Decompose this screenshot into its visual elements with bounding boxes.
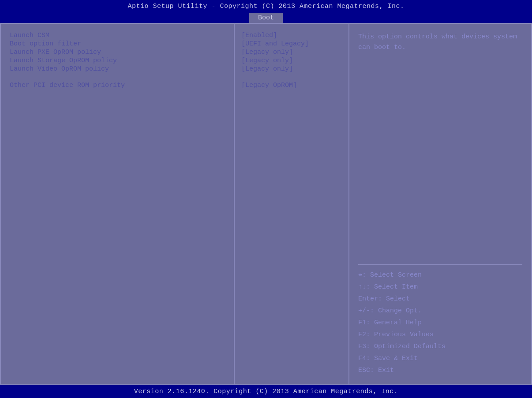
value-launch-csm: [Enabled] [241, 32, 342, 39]
menu-label-boot-filter: Boot option filter [10, 40, 81, 48]
value-video: [Legacy only] [241, 65, 342, 73]
menu-item-launch-csm[interactable]: Launch CSM [10, 32, 225, 39]
title-text: Aptio Setup Utility - Copyright (C) 2013… [0, 3, 532, 12]
key-change: +/-: Change Opt. [358, 307, 422, 315]
shortcut-select-item: ↑↓: Select Item [358, 281, 522, 293]
shortcut-f1: F1: General Help [358, 317, 522, 329]
menu-label-pci: Other PCI device ROM priority [10, 82, 125, 89]
help-text: This option controls what devices system… [358, 32, 522, 260]
shortcut-change: +/-: Change Opt. [358, 305, 522, 317]
menu-label-storage: Launch Storage OpROM policy [10, 57, 117, 64]
menu-item-boot-filter[interactable]: Boot option filter [10, 40, 225, 48]
key-enter: Enter: Select [358, 295, 410, 303]
boot-tab[interactable]: Boot [249, 13, 283, 23]
main-content: Launch CSM Boot option filter Launch PXE… [0, 23, 532, 385]
menu-label-launch-csm: Launch CSM [10, 32, 49, 39]
value-spacer [241, 74, 342, 82]
menu-label-video: Launch Video OpROM policy [10, 65, 109, 73]
shortcut-f3: F3: Optimized Defaults [358, 341, 522, 353]
shortcuts-panel: ⇹: Select Screen ↑↓: Select Item Enter: … [358, 269, 522, 376]
shortcut-enter: Enter: Select [358, 293, 522, 305]
footer: Version 2.16.1240. Copyright (C) 2013 Am… [0, 385, 532, 398]
center-panel: [Enabled] [UEFI and Legacy] [Legacy only… [235, 24, 349, 384]
right-panel: This option controls what devices system… [349, 24, 531, 384]
shortcut-f2: F2: Previous Values [358, 329, 522, 341]
key-select-item: ↑↓: Select Item [358, 283, 418, 291]
value-boot-filter: [UEFI and Legacy] [241, 40, 342, 48]
menu-item-pxe[interactable]: Launch PXE OpROM policy [10, 49, 225, 56]
shortcut-select-screen: ⇹: Select Screen [358, 269, 522, 281]
menu-label-pxe: Launch PXE OpROM policy [10, 49, 101, 56]
key-esc: ESC: Exit [358, 367, 394, 374]
bios-screen: Aptio Setup Utility - Copyright (C) 2013… [0, 0, 532, 398]
value-storage: [Legacy only] [241, 57, 342, 64]
value-pci: [Legacy OpROM] [241, 82, 342, 89]
key-select-screen: ⇹: Select Screen [358, 271, 422, 279]
menu-item-pci[interactable]: Other PCI device ROM priority [10, 82, 225, 89]
tab-bar: Boot [0, 13, 532, 23]
menu-spacer [10, 74, 225, 82]
divider [358, 264, 522, 265]
shortcut-f4: F4: Save & Exit [358, 353, 522, 364]
key-f4: F4: Save & Exit [358, 355, 418, 362]
shortcut-esc: ESC: Exit [358, 364, 522, 376]
menu-item-video[interactable]: Launch Video OpROM policy [10, 65, 225, 73]
key-f3: F3: Optimized Defaults [358, 343, 446, 350]
menu-item-storage[interactable]: Launch Storage OpROM policy [10, 57, 225, 64]
value-pxe: [Legacy only] [241, 49, 342, 56]
left-panel: Launch CSM Boot option filter Launch PXE… [1, 24, 235, 384]
title-bar: Aptio Setup Utility - Copyright (C) 2013… [0, 0, 532, 23]
key-f2: F2: Previous Values [358, 331, 434, 338]
key-f1: F1: General Help [358, 319, 422, 327]
